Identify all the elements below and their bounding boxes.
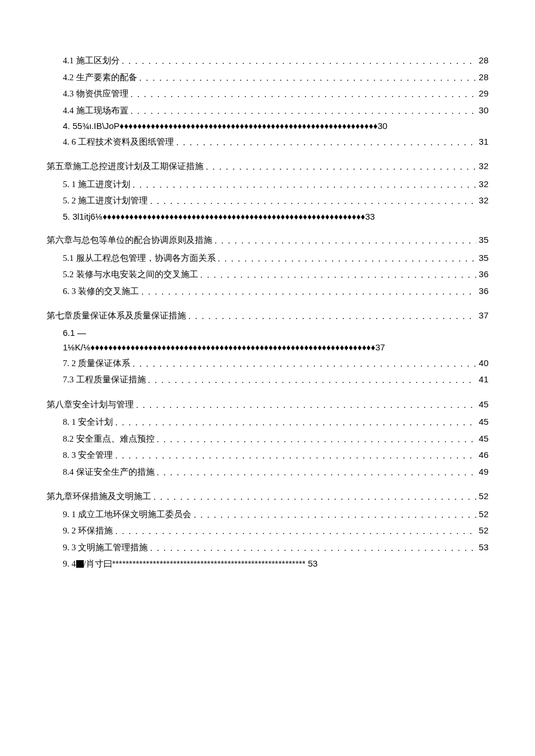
toc-label: 8.4 保证安全生产的措施 — [63, 464, 157, 481]
toc-sub-row: 5. 2 施工进度计划管理32 — [47, 192, 488, 209]
toc-label: 4. 6 工程技术资料及图纸管理 — [63, 134, 176, 151]
toc-corrupt-row: 6.1 —1⅛K/⅛♦♦♦♦♦♦♦♦♦♦♦♦♦♦♦♦♦♦♦♦♦♦♦♦♦♦♦♦♦♦… — [47, 325, 488, 355]
toc-label: 5.1 服从工程总包管理，协调各方面关系 — [63, 250, 218, 267]
toc-leader — [131, 103, 477, 119]
toc-leader — [131, 86, 477, 102]
toc-label: 4.3 物资供应管理 — [63, 85, 131, 102]
toc-page-number: 29 — [476, 85, 488, 102]
page-container: 4.1 施工区划分284.2 生产要素的配备284.3 物资供应管理294.4 … — [0, 0, 535, 756]
toc-leader — [140, 70, 477, 86]
toc-sub-row: 8. 1 安全计划45 — [47, 414, 488, 431]
toc-sub-row: 4.3 物资供应管理29 — [47, 85, 488, 102]
toc-page-number: 35 — [476, 250, 488, 267]
toc-label: 4.1 施工区划分 — [63, 52, 122, 69]
toc-page-number: 32 — [476, 158, 488, 175]
toc-sub-row: 8. 3 安全管理46 — [47, 447, 488, 464]
toc-label: 第八章安全计划与管理 — [47, 396, 136, 413]
toc-label: 7. 2 质量保证体系 — [63, 355, 133, 372]
toc-chapter-row: 第六章与总包等单位的配合协调原则及措施35 — [47, 232, 488, 249]
toc-sub-row: 8.4 保证安全生产的措施49 — [47, 464, 488, 481]
toc-page-number: 52 — [476, 488, 488, 505]
toc-page-number: 32 — [476, 176, 488, 193]
toc-label: 5. 1 施工进度计划 — [63, 176, 133, 193]
toc-corrupt-row: 9. 4/肖寸曰********************************… — [47, 556, 488, 572]
toc-sub-row: 4.2 生产要素的配备28 — [47, 69, 488, 86]
toc-label: 9. 4/肖寸曰********************************… — [63, 556, 318, 572]
toc-sub-row: 5. 1 施工进度计划32 — [47, 176, 488, 193]
toc-page-number: 45 — [476, 396, 488, 413]
toc-leader — [188, 308, 476, 324]
toc-sub-row: 4.1 施工区划分28 — [47, 52, 488, 69]
toc-sub-row: 7.3 工程质量保证措施41 — [47, 371, 488, 388]
toc-page-number: 31 — [476, 134, 488, 151]
toc-leader — [115, 414, 476, 431]
toc-leader — [115, 523, 476, 539]
toc-page-number: 52 — [476, 522, 488, 539]
toc-label: 第五章施工总控进度计划及工期保证措施 — [47, 158, 206, 175]
toc-page-number: 36 — [476, 266, 488, 283]
toc-page-number: 52 — [476, 506, 488, 523]
toc-leader — [206, 159, 476, 175]
toc-label: 9. 1 成立工地环保文明施工委员会 — [63, 506, 194, 523]
toc-page-number: 32 — [476, 192, 488, 209]
toc-chapter-row: 第七章质量保证体系及质量保证措施37 — [47, 307, 488, 324]
toc-page-number: 36 — [476, 283, 488, 300]
toc-page-number: 53 — [476, 539, 488, 556]
toc-leader — [122, 53, 477, 69]
toc-corrupt-row: 4. 55¾ι.IB\JoP♦♦♦♦♦♦♦♦♦♦♦♦♦♦♦♦♦♦♦♦♦♦♦♦♦♦… — [47, 119, 488, 134]
toc-leader — [136, 397, 476, 413]
toc-leader — [218, 250, 477, 267]
toc-sub-row: 9. 1 成立工地环保文明施工委员会52 — [47, 506, 488, 523]
toc-page-number: 49 — [476, 464, 488, 481]
toc-label: 5. 2 施工进度计划管理 — [63, 192, 150, 209]
toc-page-number: 28 — [476, 69, 488, 86]
toc-sub-row: 8.2 安全重点、难点预控45 — [47, 431, 488, 447]
toc-label: 4.2 生产要素的配备 — [63, 69, 140, 86]
toc-chapter-row: 第八章安全计划与管理45 — [47, 396, 488, 413]
toc-label: 4.4 施工现场布置 — [63, 102, 131, 119]
toc-label: 第九章环保措施及文明施工 — [47, 488, 154, 505]
toc-label: 9. 2 环保措施 — [63, 522, 115, 539]
toc-leader — [154, 489, 476, 505]
toc-leader — [133, 356, 476, 372]
toc-page-number: 46 — [476, 447, 488, 464]
toc-leader — [176, 134, 476, 151]
toc-sub-row: 9. 3 文明施工管理措施53 — [47, 539, 488, 556]
toc-label: 8. 1 安全计划 — [63, 414, 115, 431]
toc-page-number: 28 — [476, 52, 488, 69]
toc-leader — [141, 284, 476, 300]
toc-leader — [115, 447, 476, 464]
toc-page-number: 53 — [305, 558, 318, 568]
toc-label: 8. 3 安全管理 — [63, 447, 115, 464]
toc-sub-row: 7. 2 质量保证体系40 — [47, 355, 488, 372]
toc-page-number: 30 — [476, 102, 488, 119]
toc-sub-row: 4.4 施工现场布置30 — [47, 102, 488, 119]
toc-leader — [148, 372, 477, 388]
toc-label: 第七章质量保证体系及质量保证措施 — [47, 307, 188, 324]
toc-leader — [150, 540, 476, 556]
toc-label: 9. 3 文明施工管理措施 — [63, 539, 150, 556]
toc-page-number: 45 — [476, 414, 488, 431]
toc-label: 7.3 工程质量保证措施 — [63, 371, 148, 388]
toc-leader — [133, 177, 476, 193]
toc-leader — [215, 232, 476, 249]
toc-label: 5.2 装修与水电安装之间的交叉施工 — [63, 266, 201, 283]
toc-sub-row: 4. 6 工程技术资料及图纸管理31 — [47, 134, 488, 151]
toc-page-number: 41 — [476, 371, 488, 388]
toc-sub-row: 5.1 服从工程总包管理，协调各方面关系35 — [47, 250, 488, 267]
toc-page-number: 35 — [476, 232, 488, 249]
toc-chapter-row: 第五章施工总控进度计划及工期保证措施32 — [47, 158, 488, 175]
toc-page-number: 37 — [476, 307, 488, 324]
toc-leader — [194, 507, 476, 523]
toc-page-number: 40 — [476, 355, 488, 372]
toc-sub-row: 6. 3 装修的交叉施工36 — [47, 283, 488, 300]
toc-leader — [201, 267, 477, 283]
toc-sub-row: 9. 2 环保措施52 — [47, 522, 488, 539]
toc-chapter-row: 第九章环保措施及文明施工52 — [47, 488, 488, 505]
black-square-icon — [76, 560, 84, 568]
toc-leader — [150, 193, 476, 209]
toc-leader — [157, 464, 477, 481]
toc-label: 6. 3 装修的交叉施工 — [63, 283, 141, 300]
toc-label: 第六章与总包等单位的配合协调原则及措施 — [47, 232, 215, 249]
toc-leader — [157, 431, 477, 447]
